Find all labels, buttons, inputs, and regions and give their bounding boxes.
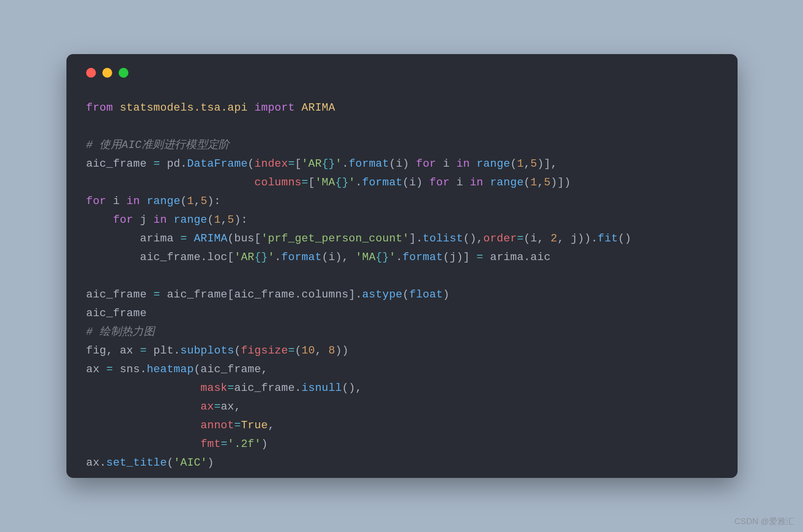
number: 1 [530, 176, 537, 189]
keyword-for: for [430, 176, 450, 189]
function-call: isnull [302, 382, 342, 394]
comment: # 使用AIC准则进行模型定阶 [86, 139, 229, 151]
identifier: aic_frame [86, 288, 154, 301]
number: 8 [329, 344, 336, 357]
paren: )) [335, 344, 348, 357]
operator: = [140, 344, 147, 357]
keyword-in: in [126, 195, 140, 207]
keyword-in: in [470, 176, 483, 189]
string-format: {} [322, 157, 335, 170]
paren: ( [524, 176, 530, 189]
kwarg: mask [201, 382, 228, 394]
builtin: float [409, 288, 443, 301]
operator: = [517, 232, 524, 245]
class-name: ARIMA [302, 101, 335, 114]
operator: = [288, 344, 295, 357]
identifier: ax, [221, 400, 241, 413]
args: (i) [402, 176, 430, 189]
function-call: ARIMA [194, 232, 227, 245]
function-call: format [362, 176, 402, 189]
paren: () [618, 232, 631, 245]
args: (bus[ [227, 232, 261, 245]
string-format: {} [254, 251, 268, 264]
comma: , [194, 195, 201, 207]
identifier: i [436, 157, 457, 170]
kwarg: order [483, 232, 517, 245]
keyword-for: for [86, 195, 106, 207]
constant: True [241, 419, 268, 432]
paren: )]) [551, 176, 571, 189]
string: ' [389, 251, 396, 264]
dot: . [396, 251, 402, 264]
indent [86, 438, 201, 450]
string: ' [335, 157, 342, 170]
indent [86, 176, 254, 189]
close-icon[interactable] [86, 68, 96, 78]
space [483, 176, 490, 189]
paren: ( [402, 288, 409, 301]
watermark-text: CSDN @爱雅汇 [735, 516, 794, 527]
keyword-for: for [113, 213, 133, 226]
paren: ) [261, 438, 268, 450]
kwarg: columns [254, 176, 302, 189]
function-call: format [349, 157, 389, 170]
kwarg: fmt [201, 438, 221, 450]
paren: ) [443, 288, 450, 301]
identifier: i [106, 195, 126, 207]
space [167, 213, 174, 226]
window-titlebar [66, 54, 738, 78]
operator: = [154, 157, 160, 170]
bracket: [ [308, 176, 315, 189]
identifier: pd. [160, 157, 187, 170]
operator: = [214, 400, 221, 413]
dot: ]. [409, 232, 423, 245]
keyword-from: from [86, 101, 113, 114]
args: (i, [524, 232, 551, 245]
function-call: tolist [423, 232, 463, 245]
space [140, 195, 147, 207]
identifier: i [450, 176, 470, 189]
indent [86, 251, 140, 264]
dot: . [355, 176, 362, 189]
paren: ( [207, 213, 214, 226]
comma: , [268, 419, 275, 432]
operator: = [221, 438, 228, 450]
number: 2 [551, 232, 557, 245]
function-call: range [490, 176, 524, 189]
operator: = [227, 382, 234, 394]
identifier: sns. [113, 363, 147, 376]
module-name: statsmodels.tsa.api [120, 101, 247, 114]
paren: ( [167, 456, 174, 469]
comma: , [221, 213, 228, 226]
indent [86, 400, 201, 413]
string: 'MA [315, 176, 335, 189]
identifier: plt. [147, 344, 180, 357]
identifier: arima [140, 232, 180, 245]
string: 'AR [302, 157, 322, 170]
indent [86, 213, 113, 226]
identifier: arima.aic [483, 251, 551, 264]
args: (aic_frame, [194, 363, 268, 376]
number: 5 [227, 213, 234, 226]
function-call: range [174, 213, 207, 226]
function-call: format [281, 251, 322, 264]
keyword-import: import [254, 101, 295, 114]
function-call: DataFrame [187, 157, 247, 170]
number: 1 [517, 157, 524, 170]
identifier: aic_frame.loc[ [140, 251, 234, 264]
dot: . [275, 251, 281, 264]
string: '.2f' [227, 438, 261, 450]
minimize-icon[interactable] [102, 68, 112, 78]
function-call: fit [598, 232, 618, 245]
code-window: from statsmodels.tsa.api import ARIMA # … [66, 54, 738, 478]
indent [86, 419, 201, 432]
identifier: aic_frame. [234, 382, 302, 394]
comment: # 绘制热力图 [86, 325, 154, 338]
keyword-for: for [416, 157, 436, 170]
paren: ): [234, 213, 247, 226]
function-call: set_title [106, 456, 167, 469]
identifier: ax. [86, 456, 106, 469]
identifier: fig, ax [86, 344, 140, 357]
zoom-icon[interactable] [119, 68, 128, 78]
dot: . [342, 157, 349, 170]
